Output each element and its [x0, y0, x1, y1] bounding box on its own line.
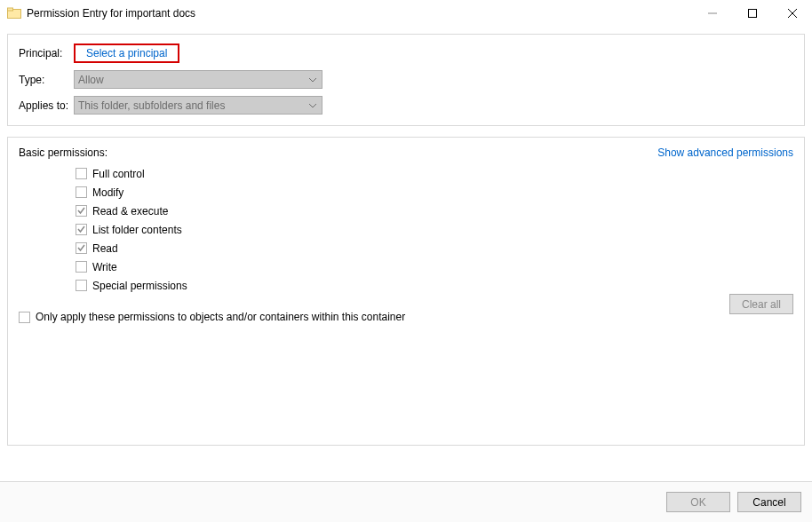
perm-label: Full control	[92, 168, 145, 180]
perm-special: Special permissions	[76, 276, 793, 295]
type-value: Allow	[78, 74, 104, 86]
principal-label: Principal:	[19, 47, 74, 59]
select-principal-link[interactable]: Select a principal	[81, 45, 172, 61]
type-label: Type:	[19, 74, 74, 86]
checkbox-modify[interactable]	[76, 186, 87, 198]
ok-button[interactable]: OK	[666, 492, 730, 512]
show-advanced-link[interactable]: Show advanced permissions	[657, 146, 793, 159]
applies-to-combobox[interactable]: This folder, subfolders and files	[74, 96, 322, 115]
perm-read: Read	[76, 239, 793, 257]
titlebar: Permission Entry for important docs	[0, 0, 812, 27]
checkbox-read-execute[interactable]	[76, 205, 87, 217]
perm-label: Read	[92, 242, 118, 255]
perm-label: Write	[92, 261, 117, 273]
permissions-group: Basic permissions: Show advanced permiss…	[7, 137, 805, 446]
checkbox-read[interactable]	[76, 242, 87, 254]
type-combobox[interactable]: Allow	[74, 70, 322, 89]
principal-group: Principal: Select a principal Type: Allo…	[7, 34, 805, 126]
checkbox-only-apply[interactable]	[19, 312, 30, 323]
checkbox-special[interactable]	[76, 280, 87, 291]
checkbox-write[interactable]	[76, 261, 87, 273]
content-area: Principal: Select a principal Type: Allo…	[0, 27, 812, 481]
folder-icon	[7, 6, 21, 20]
checkbox-list-folder[interactable]	[76, 224, 87, 235]
clear-all-label: Clear all	[742, 298, 781, 311]
clear-all-button[interactable]: Clear all	[729, 294, 793, 314]
perm-full-control: Full control	[76, 164, 793, 183]
minimize-button[interactable]	[692, 0, 732, 27]
perm-write: Write	[76, 257, 793, 276]
applies-to-value: This folder, subfolders and files	[78, 99, 225, 112]
ok-label: OK	[690, 496, 705, 509]
select-principal-highlight: Select a principal	[74, 44, 179, 63]
checkbox-full-control[interactable]	[76, 168, 87, 179]
perm-list-folder: List folder contents	[76, 220, 793, 239]
perm-label: Read & execute	[92, 205, 168, 218]
applies-to-label: Applies to:	[19, 99, 74, 112]
perm-read-execute: Read & execute	[76, 202, 793, 220]
basic-permissions-header: Basic permissions:	[19, 146, 107, 159]
svg-rect-1	[8, 8, 13, 11]
svg-rect-3	[748, 10, 756, 18]
window-title: Permission Entry for important docs	[27, 7, 195, 20]
cancel-label: Cancel	[752, 496, 785, 509]
perm-label: Special permissions	[92, 280, 187, 292]
permission-list: Full control Modify Read & execute List …	[76, 164, 793, 295]
only-apply-label: Only apply these permissions to objects …	[36, 311, 405, 323]
chevron-down-icon	[309, 74, 316, 86]
perm-label: List folder contents	[92, 224, 182, 236]
perm-label: Modify	[92, 186, 123, 199]
perm-modify: Modify	[76, 183, 793, 202]
only-apply-row: Only apply these permissions to objects …	[19, 311, 793, 323]
cancel-button[interactable]: Cancel	[737, 492, 801, 512]
close-button[interactable]	[772, 0, 812, 27]
chevron-down-icon	[309, 99, 316, 112]
maximize-button[interactable]	[732, 0, 772, 27]
dialog-footer: OK Cancel	[0, 481, 812, 522]
